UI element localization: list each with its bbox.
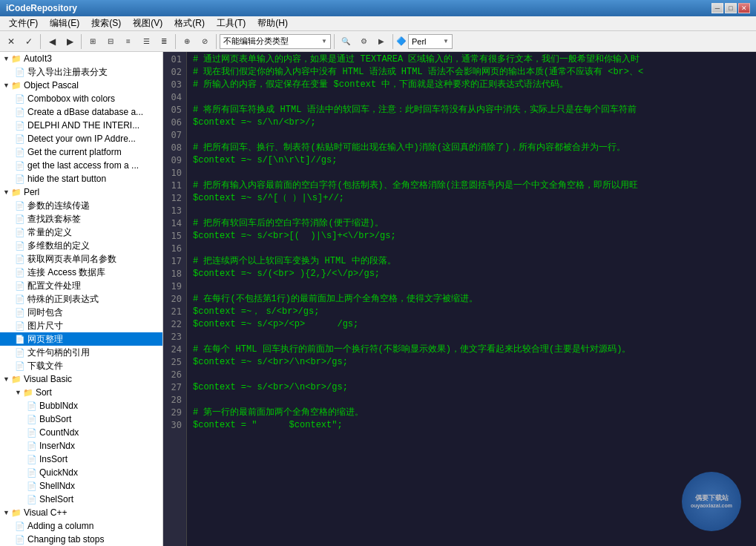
app-title: iCodeRepository	[6, 3, 77, 13]
folder-icon: 📁	[23, 388, 33, 398]
lang-dropdown[interactable]: Perl ▼	[408, 34, 453, 49]
window-controls: ─ □ ✕	[711, 3, 750, 13]
toolbar-icon3[interactable]: ▶	[373, 33, 389, 50]
file-icon: 📄	[15, 254, 25, 264]
folder-icon: 📁	[11, 81, 22, 91]
close-button[interactable]: ✕	[738, 3, 750, 13]
toolbar-back-btn[interactable]: ◀	[44, 33, 60, 50]
file-icon: 📄	[27, 468, 37, 478]
sidebar-item-perl-5[interactable]: 📄 获取网页表单同名参数	[0, 252, 162, 266]
sidebar-item-op-2[interactable]: 📄 Create a dBase database a...	[0, 105, 162, 119]
sidebar-item-op-4[interactable]: 📄 Detect your own IP Addre...	[0, 132, 162, 145]
lang-label-icon: 🔷	[396, 36, 407, 46]
menu-tools[interactable]: 工具(T)	[211, 16, 252, 30]
sidebar-item-vcpp[interactable]: ▼ 📁 Visual C++	[0, 506, 162, 519]
file-icon: 📄	[15, 268, 25, 277]
toolbar-code-btn[interactable]: ⊘	[197, 33, 213, 50]
sidebar-item-autoit3[interactable]: ▼ 📁 AutoIt3	[0, 52, 162, 65]
sidebar-item-vbasic[interactable]: ▼ 📁 Visual Basic	[0, 372, 162, 386]
sidebar-item-op-5[interactable]: 📄 Get the current platform	[0, 145, 162, 159]
menu-format[interactable]: 格式(R)	[168, 16, 211, 30]
toolbar-outdent-btn[interactable]: ⊟	[102, 33, 119, 50]
expand-icon: ▼	[3, 188, 10, 196]
sidebar-item-vcpp-2[interactable]: 📄 Changing tab stops	[0, 533, 162, 546]
file-icon: 📄	[15, 281, 25, 291]
toolbar-confirm-btn[interactable]: ✓	[21, 33, 37, 50]
toolbar-close-btn[interactable]: ✕	[3, 33, 19, 50]
sidebar-item-op-6[interactable]: 📄 get the last access from a ...	[0, 159, 162, 172]
toolbar-icon1[interactable]: 🔍	[338, 33, 354, 50]
sidebar-item-perl-8[interactable]: 📄 特殊的正则表达式	[0, 292, 162, 306]
menu-search[interactable]: 搜索(S)	[85, 16, 127, 30]
file-icon: 📄	[15, 134, 25, 144]
sidebar-item-vcpp-1[interactable]: 📄 Adding a column	[0, 519, 162, 533]
sidebar-item-autoit3-1[interactable]: 📄 导入导出注册表分支	[0, 65, 162, 79]
file-icon: 📄	[15, 108, 25, 117]
toolbar-align-btn[interactable]: ≡	[120, 33, 137, 50]
toolbar-icon2[interactable]: ⚙	[355, 33, 372, 50]
minimize-button[interactable]: ─	[711, 3, 723, 13]
folder-icon: 📁	[11, 508, 22, 518]
file-icon: 📄	[27, 401, 37, 411]
sidebar-item-perl-6[interactable]: 📄 连接 Access 数据库	[0, 266, 162, 279]
sidebar-item-sort-4[interactable]: 📄 InserNdx	[0, 439, 162, 453]
sidebar-item-perl[interactable]: ▼ 📁 Perl	[0, 185, 162, 199]
code-content[interactable]: # 通过网页表单输入的内容，如果是通过 TEXTAREA 区域输入的，通常有很多…	[187, 52, 756, 546]
file-icon: 📄	[15, 308, 25, 318]
file-icon: 📄	[27, 415, 37, 424]
folder-icon: 📁	[11, 375, 22, 384]
sidebar-item-sort-6[interactable]: 📄 QuickNdx	[0, 466, 162, 479]
menu-file[interactable]: 文件(F)	[3, 16, 44, 30]
sidebar-item-sort-3[interactable]: 📄 CountNdx	[0, 426, 162, 439]
sidebar-item-sort-5[interactable]: 📄 InsSort	[0, 453, 162, 466]
sidebar-item-perl-1[interactable]: 📄 参数的连续传递	[0, 199, 162, 212]
sidebar-item-sort-7[interactable]: 📄 ShellNdx	[0, 479, 162, 493]
toolbar-more-btn[interactable]: ⊕	[179, 33, 195, 50]
sidebar-item-perl-9[interactable]: 📄 同时包含	[0, 306, 162, 319]
watermark-circle: 偶要下载站 ouyaoxiazai.com	[682, 472, 741, 531]
toolbar-list-btn[interactable]: ☰	[138, 33, 154, 50]
sidebar-item-sort-1[interactable]: 📄 BubblNdx	[0, 399, 162, 412]
maximize-button[interactable]: □	[725, 3, 737, 13]
sidebar-item-perl-2[interactable]: 📄 查找跌套标签	[0, 212, 162, 226]
menu-edit[interactable]: 编辑(E)	[44, 16, 85, 30]
lang-dropdown-arrow: ▼	[443, 38, 449, 45]
file-icon: 📄	[27, 455, 37, 464]
sidebar-item-op-1[interactable]: 📄 Combobox with colors	[0, 92, 162, 105]
file-icon: 📄	[15, 535, 25, 545]
sidebar-item-perl-12[interactable]: 📄 文件句柄的引用	[0, 346, 162, 359]
file-icon: 📄	[15, 228, 25, 237]
folder-icon: 📁	[11, 188, 22, 197]
toolbar-indent-btn[interactable]: ⊞	[85, 33, 101, 50]
sidebar-item-sort-8[interactable]: 📄 ShelSort	[0, 493, 162, 506]
sidebar-item-perl-13[interactable]: 📄 下载文件	[0, 359, 162, 372]
toolbar-sep-4	[216, 34, 217, 49]
menu-help[interactable]: 帮助(H)	[252, 16, 294, 30]
main-area: ▼ 📁 AutoIt3 📄 导入导出注册表分支 ▼ 📁 Object Pasca…	[0, 52, 756, 546]
sidebar-item-op-3[interactable]: 📄 DELPHI AND THE INTERI...	[0, 119, 162, 132]
type-dropdown[interactable]: 不能编辑分类类型 ▼	[220, 34, 331, 49]
toolbar-sep-6	[392, 34, 393, 49]
sidebar-item-op-7[interactable]: 📄 hide the start button	[0, 172, 162, 185]
toolbar-fwd-btn[interactable]: ▶	[62, 33, 78, 50]
toolbar-sep-5	[334, 34, 335, 49]
file-icon: 📄	[15, 148, 25, 157]
sidebar-item-objectpascal[interactable]: ▼ 📁 Object Pascal	[0, 79, 162, 92]
file-icon: 📄	[15, 241, 25, 251]
sidebar-item-perl-4[interactable]: 📄 多维数组的定义	[0, 239, 162, 252]
menu-bar: 文件(F) 编辑(E) 搜索(S) 视图(V) 格式(R) 工具(T) 帮助(H…	[0, 16, 756, 31]
sidebar-item-sort[interactable]: ▼ 📁 Sort	[0, 386, 162, 399]
sidebar-item-perl-7[interactable]: 📄 配置文件处理	[0, 279, 162, 292]
file-icon: 📄	[15, 361, 25, 371]
sidebar-item-perl-11-selected[interactable]: 📄 网页整理	[0, 332, 162, 346]
file-icon: 📄	[15, 68, 25, 77]
file-icon: 📄	[15, 321, 25, 331]
sidebar-item-perl-3[interactable]: 📄 常量的定义	[0, 226, 162, 239]
menu-view[interactable]: 视图(V)	[127, 16, 168, 30]
sidebar-item-perl-10[interactable]: 📄 图片尺寸	[0, 319, 162, 332]
sidebar-item-sort-2[interactable]: 📄 BubSort	[0, 412, 162, 426]
expand-icon: ▼	[3, 375, 10, 383]
file-icon: 📄	[15, 161, 25, 171]
toolbar-list2-btn[interactable]: ≣	[156, 33, 172, 50]
file-icon: 📄	[15, 348, 25, 358]
